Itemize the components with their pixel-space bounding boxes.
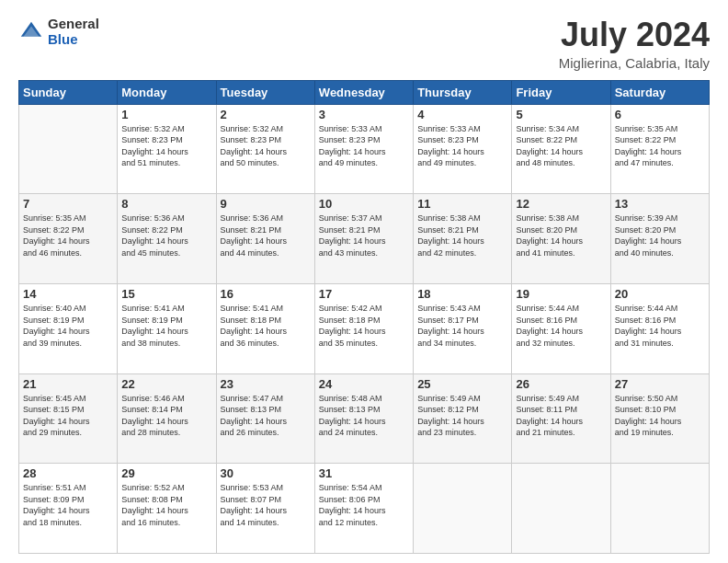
calendar-cell: 30Sunrise: 5:53 AM Sunset: 8:07 PM Dayli… xyxy=(216,464,314,554)
day-number: 9 xyxy=(221,197,311,211)
day-number: 30 xyxy=(221,466,311,480)
calendar-cell: 29Sunrise: 5:52 AM Sunset: 8:08 PM Dayli… xyxy=(118,464,216,554)
day-number: 13 xyxy=(615,197,705,211)
day-number: 29 xyxy=(121,466,211,480)
day-info: Sunrise: 5:49 AM Sunset: 8:11 PM Dayligh… xyxy=(516,393,606,439)
calendar-table: SundayMondayTuesdayWednesdayThursdayFrid… xyxy=(18,80,710,554)
calendar-header-row: SundayMondayTuesdayWednesdayThursdayFrid… xyxy=(19,80,710,104)
day-number: 17 xyxy=(319,287,409,301)
weekday-header: Sunday xyxy=(19,80,118,104)
day-number: 26 xyxy=(516,377,606,391)
day-info: Sunrise: 5:44 AM Sunset: 8:16 PM Dayligh… xyxy=(516,303,606,349)
day-number: 5 xyxy=(516,108,606,121)
day-info: Sunrise: 5:36 AM Sunset: 8:22 PM Dayligh… xyxy=(121,213,211,259)
day-number: 18 xyxy=(417,287,507,301)
calendar-row: 21Sunrise: 5:45 AM Sunset: 8:15 PM Dayli… xyxy=(19,373,710,464)
calendar-row: 1Sunrise: 5:32 AM Sunset: 8:23 PM Daylig… xyxy=(19,104,710,194)
day-number: 4 xyxy=(417,108,507,121)
day-number: 2 xyxy=(221,108,311,121)
calendar-cell: 3Sunrise: 5:33 AM Sunset: 8:23 PM Daylig… xyxy=(314,104,413,194)
day-info: Sunrise: 5:34 AM Sunset: 8:22 PM Dayligh… xyxy=(516,123,606,169)
calendar-cell: 1Sunrise: 5:32 AM Sunset: 8:23 PM Daylig… xyxy=(118,104,216,194)
calendar-cell: 8Sunrise: 5:36 AM Sunset: 8:22 PM Daylig… xyxy=(118,194,216,284)
logo-icon xyxy=(18,19,44,45)
title-block: July 2024 Miglierina, Calabria, Italy xyxy=(559,17,710,71)
calendar-cell: 9Sunrise: 5:36 AM Sunset: 8:21 PM Daylig… xyxy=(216,194,314,284)
calendar-cell: 15Sunrise: 5:41 AM Sunset: 8:19 PM Dayli… xyxy=(118,283,216,373)
calendar-cell: 27Sunrise: 5:50 AM Sunset: 8:10 PM Dayli… xyxy=(610,373,709,464)
day-number: 14 xyxy=(23,287,113,301)
day-info: Sunrise: 5:38 AM Sunset: 8:21 PM Dayligh… xyxy=(417,213,507,259)
calendar-cell: 12Sunrise: 5:38 AM Sunset: 8:20 PM Dayli… xyxy=(512,194,610,284)
day-number: 7 xyxy=(23,197,113,211)
calendar-cell: 6Sunrise: 5:35 AM Sunset: 8:22 PM Daylig… xyxy=(610,104,709,194)
day-number: 8 xyxy=(121,197,211,211)
day-info: Sunrise: 5:43 AM Sunset: 8:17 PM Dayligh… xyxy=(417,303,507,349)
calendar-cell: 31Sunrise: 5:54 AM Sunset: 8:06 PM Dayli… xyxy=(314,464,413,554)
weekday-header: Wednesday xyxy=(314,80,413,104)
calendar-cell xyxy=(610,464,709,554)
calendar-cell: 25Sunrise: 5:49 AM Sunset: 8:12 PM Dayli… xyxy=(414,373,512,464)
day-number: 28 xyxy=(23,466,113,480)
day-info: Sunrise: 5:47 AM Sunset: 8:13 PM Dayligh… xyxy=(221,393,311,439)
calendar-cell: 18Sunrise: 5:43 AM Sunset: 8:17 PM Dayli… xyxy=(414,283,512,373)
day-info: Sunrise: 5:41 AM Sunset: 8:18 PM Dayligh… xyxy=(221,303,311,349)
calendar-cell: 21Sunrise: 5:45 AM Sunset: 8:15 PM Dayli… xyxy=(19,373,118,464)
day-info: Sunrise: 5:37 AM Sunset: 8:21 PM Dayligh… xyxy=(319,213,409,259)
calendar-cell: 24Sunrise: 5:48 AM Sunset: 8:13 PM Dayli… xyxy=(314,373,413,464)
day-info: Sunrise: 5:51 AM Sunset: 8:09 PM Dayligh… xyxy=(23,482,113,528)
calendar-cell: 11Sunrise: 5:38 AM Sunset: 8:21 PM Dayli… xyxy=(414,194,512,284)
calendar-cell: 2Sunrise: 5:32 AM Sunset: 8:23 PM Daylig… xyxy=(216,104,314,194)
calendar-row: 14Sunrise: 5:40 AM Sunset: 8:19 PM Dayli… xyxy=(19,283,710,373)
day-number: 22 xyxy=(121,377,211,391)
day-number: 1 xyxy=(121,108,211,121)
day-info: Sunrise: 5:33 AM Sunset: 8:23 PM Dayligh… xyxy=(417,123,507,169)
calendar-cell: 17Sunrise: 5:42 AM Sunset: 8:18 PM Dayli… xyxy=(314,283,413,373)
subtitle: Miglierina, Calabria, Italy xyxy=(559,55,710,71)
calendar-cell: 23Sunrise: 5:47 AM Sunset: 8:13 PM Dayli… xyxy=(216,373,314,464)
day-number: 19 xyxy=(516,287,606,301)
day-info: Sunrise: 5:39 AM Sunset: 8:20 PM Dayligh… xyxy=(615,213,705,259)
weekday-header: Friday xyxy=(512,80,610,104)
weekday-header: Thursday xyxy=(414,80,512,104)
day-info: Sunrise: 5:50 AM Sunset: 8:10 PM Dayligh… xyxy=(615,393,705,439)
calendar-cell: 5Sunrise: 5:34 AM Sunset: 8:22 PM Daylig… xyxy=(512,104,610,194)
day-number: 3 xyxy=(319,108,409,121)
calendar-cell xyxy=(512,464,610,554)
day-info: Sunrise: 5:44 AM Sunset: 8:16 PM Dayligh… xyxy=(615,303,705,349)
calendar-cell: 10Sunrise: 5:37 AM Sunset: 8:21 PM Dayli… xyxy=(314,194,413,284)
day-number: 11 xyxy=(417,197,507,211)
logo-blue-text: Blue xyxy=(48,32,99,48)
day-number: 10 xyxy=(319,197,409,211)
calendar-cell: 20Sunrise: 5:44 AM Sunset: 8:16 PM Dayli… xyxy=(610,283,709,373)
day-info: Sunrise: 5:46 AM Sunset: 8:14 PM Dayligh… xyxy=(121,393,211,439)
day-number: 6 xyxy=(615,108,705,121)
calendar-cell: 26Sunrise: 5:49 AM Sunset: 8:11 PM Dayli… xyxy=(512,373,610,464)
day-info: Sunrise: 5:52 AM Sunset: 8:08 PM Dayligh… xyxy=(121,482,211,528)
logo-general-text: General xyxy=(48,17,99,32)
day-info: Sunrise: 5:41 AM Sunset: 8:19 PM Dayligh… xyxy=(121,303,211,349)
calendar-row: 28Sunrise: 5:51 AM Sunset: 8:09 PM Dayli… xyxy=(19,464,710,554)
calendar-cell: 19Sunrise: 5:44 AM Sunset: 8:16 PM Dayli… xyxy=(512,283,610,373)
day-info: Sunrise: 5:32 AM Sunset: 8:23 PM Dayligh… xyxy=(121,123,211,169)
calendar-cell: 16Sunrise: 5:41 AM Sunset: 8:18 PM Dayli… xyxy=(216,283,314,373)
day-number: 27 xyxy=(615,377,705,391)
day-info: Sunrise: 5:49 AM Sunset: 8:12 PM Dayligh… xyxy=(417,393,507,439)
day-number: 24 xyxy=(319,377,409,391)
day-info: Sunrise: 5:48 AM Sunset: 8:13 PM Dayligh… xyxy=(319,393,409,439)
header: General Blue July 2024 Miglierina, Calab… xyxy=(18,17,710,71)
day-number: 16 xyxy=(221,287,311,301)
calendar-cell: 28Sunrise: 5:51 AM Sunset: 8:09 PM Dayli… xyxy=(19,464,118,554)
day-info: Sunrise: 5:45 AM Sunset: 8:15 PM Dayligh… xyxy=(23,393,113,439)
day-number: 20 xyxy=(615,287,705,301)
weekday-header: Tuesday xyxy=(216,80,314,104)
day-info: Sunrise: 5:38 AM Sunset: 8:20 PM Dayligh… xyxy=(516,213,606,259)
calendar-cell xyxy=(19,104,118,194)
day-info: Sunrise: 5:54 AM Sunset: 8:06 PM Dayligh… xyxy=(319,482,409,528)
day-info: Sunrise: 5:35 AM Sunset: 8:22 PM Dayligh… xyxy=(615,123,705,169)
calendar-cell: 7Sunrise: 5:35 AM Sunset: 8:22 PM Daylig… xyxy=(19,194,118,284)
day-number: 15 xyxy=(121,287,211,301)
day-number: 21 xyxy=(23,377,113,391)
calendar-cell: 22Sunrise: 5:46 AM Sunset: 8:14 PM Dayli… xyxy=(118,373,216,464)
day-number: 25 xyxy=(417,377,507,391)
